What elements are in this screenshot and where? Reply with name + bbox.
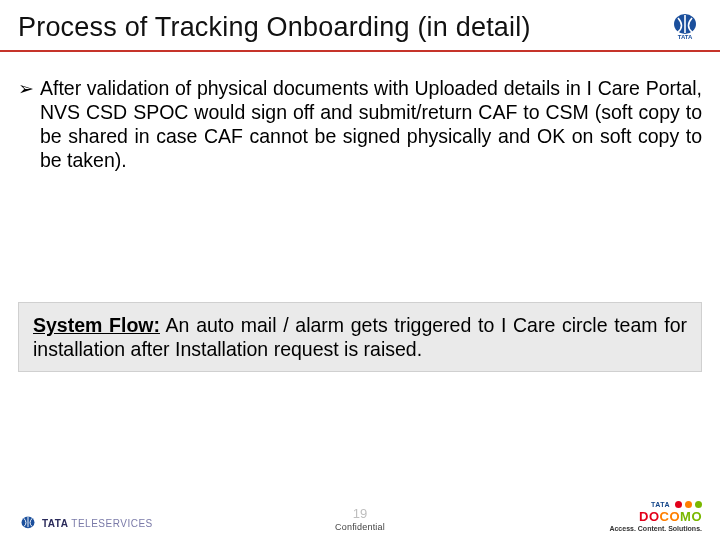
tag-access: Access. <box>609 525 635 532</box>
bullet-item: ➢ After validation of physical documents… <box>18 76 702 172</box>
brand-teleservices: TELESERVICES <box>71 518 152 529</box>
tata-teleservices-logo: TATA TELESERVICES <box>18 514 153 532</box>
bullet-arrow-icon: ➢ <box>18 76 34 101</box>
slide-title: Process of Tracking Onboarding (in detai… <box>18 12 531 43</box>
tata-logo-icon: TATA <box>668 14 702 44</box>
tata-mark-icon <box>18 514 38 532</box>
docomo-part-do: DO <box>639 509 660 524</box>
dot-orange-icon <box>685 501 692 508</box>
system-flow-box: System Flow: An auto mail / alarm gets t… <box>18 302 702 372</box>
tag-content: Content. <box>638 525 666 532</box>
system-flow-label: System Flow: <box>33 314 160 336</box>
slide: Process of Tracking Onboarding (in detai… <box>0 0 720 540</box>
docomo-part-mo: MO <box>680 509 702 524</box>
content-area: ➢ After validation of physical documents… <box>0 54 720 172</box>
tag-solutions: Solutions. <box>668 525 702 532</box>
docomo-tagline: Access. Content. Solutions. <box>609 525 702 532</box>
dot-red-icon <box>675 501 682 508</box>
tata-docomo-logo: TATA DOCOMO Access. Content. Solutions. <box>609 501 702 532</box>
header: Process of Tracking Onboarding (in detai… <box>0 0 720 44</box>
bullet-text: After validation of physical documents w… <box>40 76 702 172</box>
docomo-tata-mini: TATA <box>651 501 670 508</box>
brand-tata: TATA <box>42 518 68 529</box>
footer: TATA TELESERVICES TATA DOCOMO A <box>0 501 720 532</box>
docomo-wordmark: DOCOMO <box>639 509 702 524</box>
docomo-dots-icon <box>675 501 702 508</box>
dot-green-icon <box>695 501 702 508</box>
teleservices-wordmark: TATA TELESERVICES <box>42 518 153 529</box>
svg-text:TATA: TATA <box>678 34 693 40</box>
docomo-part-co: CO <box>660 509 681 524</box>
